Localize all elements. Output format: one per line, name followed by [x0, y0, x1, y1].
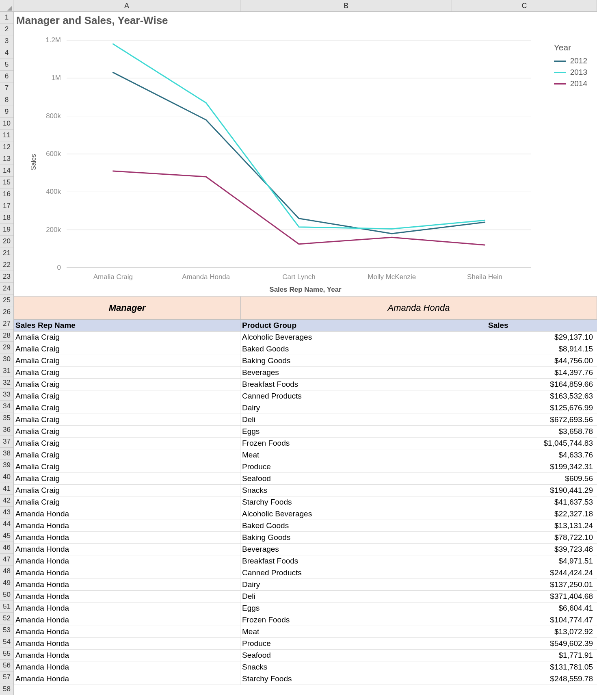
cell-product-group[interactable]: Canned Products — [240, 567, 393, 579]
row-header[interactable]: 34 — [0, 401, 13, 412]
cell-sales[interactable]: $125,676.99 — [393, 402, 596, 414]
table-row[interactable]: Amanda HondaStarchy Foods$248,559.78 — [14, 673, 597, 685]
row-header[interactable]: 9 — [0, 106, 13, 118]
cell-product-group[interactable]: Beverages — [240, 544, 393, 555]
cell-sales-rep[interactable]: Amanda Honda — [14, 567, 240, 579]
row-header[interactable]: 2 — [0, 24, 13, 35]
row-header[interactable]: 56 — [0, 660, 13, 672]
row-header[interactable]: 24 — [0, 283, 13, 295]
row-header[interactable]: 31 — [0, 365, 13, 377]
cell-sales[interactable]: $199,342.31 — [393, 461, 596, 472]
cell-sales-rep[interactable]: Amanda Honda — [14, 602, 240, 614]
table-row[interactable]: Amalia CraigEggs$3,658.78 — [14, 426, 597, 438]
cell-sales-rep[interactable]: Amanda Honda — [14, 661, 240, 673]
cell-product-group[interactable]: Dairy — [240, 402, 393, 414]
chart[interactable]: Manager and Sales, Year-Wise Sales Sales… — [14, 12, 597, 297]
cell-sales-rep[interactable]: Amanda Honda — [14, 614, 240, 626]
cell-sales[interactable]: $672,693.56 — [393, 414, 596, 425]
row-header[interactable]: 5 — [0, 59, 13, 71]
cell-sales[interactable]: $44,756.00 — [393, 355, 596, 366]
table-row[interactable]: Amanda HondaFrozen Foods$104,774.47 — [14, 614, 597, 626]
row-header[interactable]: 28 — [0, 330, 13, 342]
cell-sales-rep[interactable]: Amalia Craig — [14, 461, 240, 472]
table-row[interactable]: Amanda HondaAlcoholic Beverages$22,327.1… — [14, 508, 597, 520]
cell-sales-rep[interactable]: Amanda Honda — [14, 638, 240, 649]
row-header[interactable]: 45 — [0, 530, 13, 542]
cell-sales[interactable]: $131,781.05 — [393, 661, 596, 673]
row-header[interactable]: 48 — [0, 566, 13, 577]
cell-product-group[interactable]: Alcoholic Beverages — [240, 332, 393, 343]
cell-sales[interactable]: $14,397.76 — [393, 367, 596, 378]
row-header[interactable]: 49 — [0, 577, 13, 589]
cell-sales[interactable]: $4,971.51 — [393, 555, 596, 567]
cell-sales[interactable]: $164,859.66 — [393, 379, 596, 390]
cell-product-group[interactable]: Canned Products — [240, 390, 393, 402]
cell-sales[interactable]: $13,131.24 — [393, 520, 596, 531]
cell-product-group[interactable]: Baked Goods — [240, 343, 393, 355]
cell-sales[interactable]: $8,914.15 — [393, 343, 596, 355]
cell-sales[interactable]: $22,327.18 — [393, 508, 596, 520]
row-header[interactable]: 55 — [0, 648, 13, 660]
cell-sales-rep[interactable]: Amalia Craig — [14, 402, 240, 414]
table-row[interactable]: Amalia CraigProduce$199,342.31 — [14, 461, 597, 473]
cell-sales[interactable]: $1,045,744.83 — [393, 438, 596, 449]
column-header-c[interactable]: C — [452, 0, 597, 11]
cell-sales-rep[interactable]: Amanda Honda — [14, 520, 240, 531]
row-header[interactable]: 16 — [0, 189, 13, 200]
row-header[interactable]: 26 — [0, 306, 13, 318]
row-header[interactable]: 36 — [0, 424, 13, 436]
cell-product-group[interactable]: Starchy Foods — [240, 673, 393, 685]
cell-sales[interactable]: $549,602.39 — [393, 638, 596, 649]
cell-product-group[interactable]: Starchy Foods — [240, 496, 393, 508]
row-header[interactable]: 23 — [0, 271, 13, 283]
table-row[interactable]: Amanda HondaMeat$13,072.92 — [14, 626, 597, 638]
cell-sales-rep[interactable]: Amalia Craig — [14, 390, 240, 402]
cell-product-group[interactable]: Produce — [240, 461, 393, 472]
row-header[interactable]: 1 — [0, 12, 13, 24]
row-header[interactable]: 35 — [0, 412, 13, 424]
cell-sales[interactable]: $104,774.47 — [393, 614, 596, 626]
table-row[interactable]: Amanda HondaCanned Products$244,424.24 — [14, 567, 597, 579]
cell-sales-rep[interactable]: Amalia Craig — [14, 414, 240, 425]
row-header[interactable]: 30 — [0, 353, 13, 365]
table-row[interactable]: Amalia CraigStarchy Foods$41,637.53 — [14, 496, 597, 508]
cell-sales-rep[interactable]: Amalia Craig — [14, 355, 240, 366]
cell-sales[interactable]: $13,072.92 — [393, 626, 596, 637]
cell-sales-rep[interactable]: Amalia Craig — [14, 438, 240, 449]
cell-sales-rep[interactable]: Amanda Honda — [14, 544, 240, 555]
row-header[interactable]: 40 — [0, 471, 13, 483]
row-header[interactable]: 52 — [0, 613, 13, 624]
row-header[interactable]: 4 — [0, 47, 13, 59]
cell-sales-rep[interactable]: Amanda Honda — [14, 673, 240, 685]
row-header[interactable]: 19 — [0, 224, 13, 236]
row-header[interactable]: 41 — [0, 483, 13, 495]
row-header[interactable]: 57 — [0, 672, 13, 683]
table-row[interactable]: Amalia CraigDairy$125,676.99 — [14, 402, 597, 414]
header-sales[interactable]: Sales — [393, 320, 596, 331]
cell-sales-rep[interactable]: Amalia Craig — [14, 449, 240, 461]
row-header[interactable]: 39 — [0, 459, 13, 471]
row-header[interactable]: 3 — [0, 35, 13, 47]
cell-sales-rep[interactable]: Amanda Honda — [14, 532, 240, 543]
row-header[interactable]: 27 — [0, 318, 13, 330]
column-header-a[interactable]: A — [13, 0, 240, 11]
cell-product-group[interactable]: Frozen Foods — [240, 614, 393, 626]
row-header[interactable]: 13 — [0, 153, 13, 165]
manager-value-cell[interactable]: Amanda Honda — [241, 297, 597, 319]
row-header[interactable]: 50 — [0, 589, 13, 601]
row-header[interactable]: 44 — [0, 518, 13, 530]
cell-product-group[interactable]: Eggs — [240, 602, 393, 614]
cell-sales[interactable]: $4,633.76 — [393, 449, 596, 461]
table-row[interactable]: Amanda HondaDeli$371,404.68 — [14, 591, 597, 602]
table-row[interactable]: Amalia CraigSeafood$609.56 — [14, 473, 597, 485]
cell-product-group[interactable]: Deli — [240, 414, 393, 425]
row-header[interactable]: 58 — [0, 683, 13, 695]
cell-sales-rep[interactable]: Amalia Craig — [14, 485, 240, 496]
row-header[interactable]: 18 — [0, 212, 13, 224]
cell-sales-rep[interactable]: Amanda Honda — [14, 591, 240, 602]
row-header[interactable]: 51 — [0, 601, 13, 613]
table-row[interactable]: Amalia CraigBeverages$14,397.76 — [14, 367, 597, 379]
cell-sales-rep[interactable]: Amanda Honda — [14, 579, 240, 590]
select-all-corner[interactable] — [0, 0, 13, 11]
row-header[interactable]: 21 — [0, 247, 13, 259]
